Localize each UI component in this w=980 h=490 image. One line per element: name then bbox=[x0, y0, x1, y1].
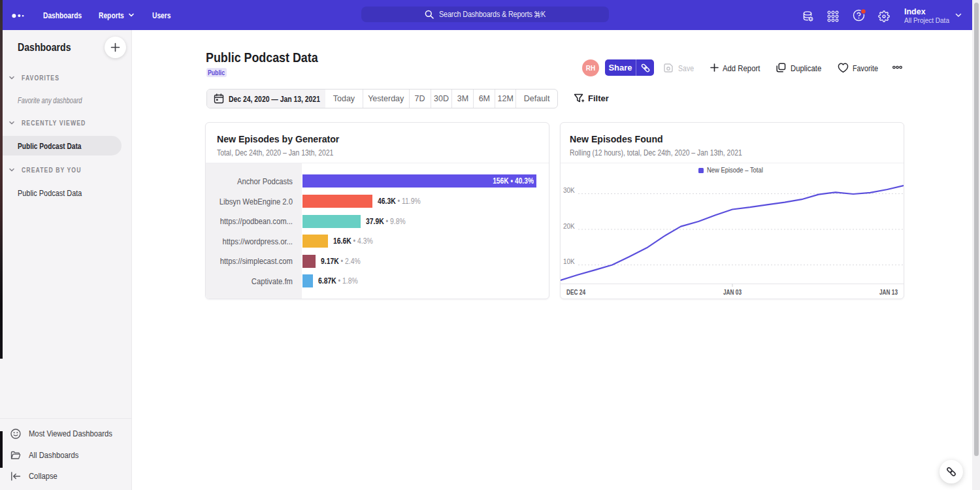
svg-text:JAN 03: JAN 03 bbox=[723, 289, 742, 296]
svg-text:10K: 10K bbox=[563, 258, 575, 265]
svg-text:DEC 24: DEC 24 bbox=[566, 289, 585, 296]
svg-text:30K: 30K bbox=[563, 187, 575, 194]
svg-text:20K: 20K bbox=[563, 223, 575, 230]
svg-text:JAN 13: JAN 13 bbox=[879, 289, 898, 296]
